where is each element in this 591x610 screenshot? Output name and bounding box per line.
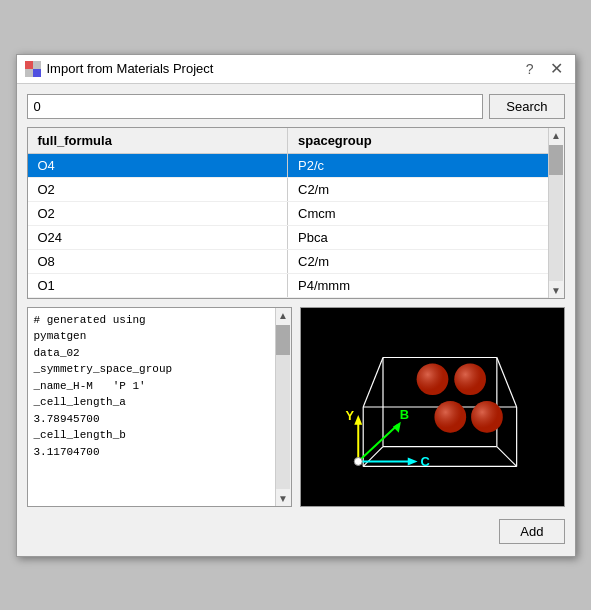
table-row[interactable]: O24 Pbca <box>28 226 548 250</box>
viz-canvas: Y B C <box>301 308 564 506</box>
svg-line-20 <box>358 424 398 461</box>
code-scroll-up[interactable]: ▲ <box>276 308 290 323</box>
table-scrollbar[interactable]: ▲ ▼ <box>548 128 564 298</box>
results-table: full_formula spacegroup O4 P2/c O2 C2/m <box>27 127 565 299</box>
app-icon <box>25 61 41 77</box>
molecule-svg: Y B C <box>301 308 564 506</box>
svg-rect-1 <box>33 69 41 77</box>
footer-row: Add <box>27 515 565 546</box>
table-row[interactable]: O4 P2/c <box>28 154 548 178</box>
cell-formula: O8 <box>28 250 289 273</box>
close-button[interactable]: ✕ <box>546 61 567 77</box>
table-row[interactable]: O2 Cmcm <box>28 202 548 226</box>
cell-formula: O4 <box>28 154 289 177</box>
svg-point-26 <box>354 457 362 465</box>
import-dialog: Import from Materials Project ? ✕ Search… <box>16 54 576 557</box>
search-button[interactable]: Search <box>489 94 564 119</box>
column-header-formula: full_formula <box>28 128 289 153</box>
cell-spacegroup: C2/m <box>288 178 548 201</box>
molecule-viewer: Y B C <box>300 307 565 507</box>
code-content: # generated using pymatgen data_02 _symm… <box>28 308 275 506</box>
svg-line-14 <box>363 446 383 466</box>
table-header: full_formula spacegroup <box>28 128 548 154</box>
cell-formula: O2 <box>28 178 289 201</box>
search-row: Search <box>27 94 565 119</box>
title-bar: Import from Materials Project ? ✕ <box>17 55 575 84</box>
cell-spacegroup: P2/c <box>288 154 548 177</box>
scroll-thumb[interactable] <box>549 145 563 175</box>
dialog-content: Search full_formula spacegroup O4 P2/c <box>17 84 575 556</box>
table-row[interactable]: O8 C2/m <box>28 250 548 274</box>
column-header-spacegroup: spacegroup <box>288 128 548 153</box>
cell-formula: O2 <box>28 202 289 225</box>
svg-point-30 <box>454 363 486 395</box>
cell-spacegroup: Pbca <box>288 226 548 249</box>
code-scroll-thumb[interactable] <box>276 325 290 355</box>
scroll-up-button[interactable]: ▲ <box>549 128 563 143</box>
svg-rect-0 <box>25 61 33 69</box>
cell-spacegroup: P4/mmm <box>288 274 548 297</box>
dialog-title: Import from Materials Project <box>47 61 514 76</box>
svg-point-28 <box>416 363 448 395</box>
svg-marker-24 <box>407 457 417 465</box>
scroll-down-button[interactable]: ▼ <box>549 283 563 298</box>
svg-text:B: B <box>399 406 408 421</box>
svg-rect-3 <box>33 61 41 69</box>
table-row[interactable]: O2 C2/m <box>28 178 548 202</box>
help-button[interactable]: ? <box>520 61 540 77</box>
svg-line-15 <box>496 446 516 466</box>
cell-spacegroup: C2/m <box>288 250 548 273</box>
add-button[interactable]: Add <box>499 519 564 544</box>
code-scroll-down[interactable]: ▼ <box>276 491 290 506</box>
cell-formula: O1 <box>28 274 289 297</box>
svg-marker-21 <box>392 421 400 432</box>
bottom-section: # generated using pymatgen data_02 _symm… <box>27 307 565 507</box>
cell-formula: O24 <box>28 226 289 249</box>
code-scroll-track[interactable] <box>276 325 290 489</box>
svg-marker-18 <box>354 414 362 424</box>
svg-line-5 <box>363 357 383 407</box>
svg-line-6 <box>496 357 516 407</box>
table-main: full_formula spacegroup O4 P2/c O2 C2/m <box>28 128 548 298</box>
cell-spacegroup: Cmcm <box>288 202 548 225</box>
scroll-track[interactable] <box>549 145 563 281</box>
svg-point-34 <box>471 401 503 433</box>
svg-point-32 <box>434 401 466 433</box>
table-row[interactable]: O1 P4/mmm <box>28 274 548 298</box>
table-body: O4 P2/c O2 C2/m O2 Cmcm O24 <box>28 154 548 298</box>
table-wrapper: full_formula spacegroup O4 P2/c O2 C2/m <box>28 128 564 298</box>
code-panel: # generated using pymatgen data_02 _symm… <box>27 307 292 507</box>
search-input[interactable] <box>27 94 484 119</box>
svg-text:Y: Y <box>345 407 354 422</box>
svg-text:C: C <box>420 454 429 469</box>
svg-rect-2 <box>25 69 33 77</box>
code-scrollbar[interactable]: ▲ ▼ <box>275 308 291 506</box>
